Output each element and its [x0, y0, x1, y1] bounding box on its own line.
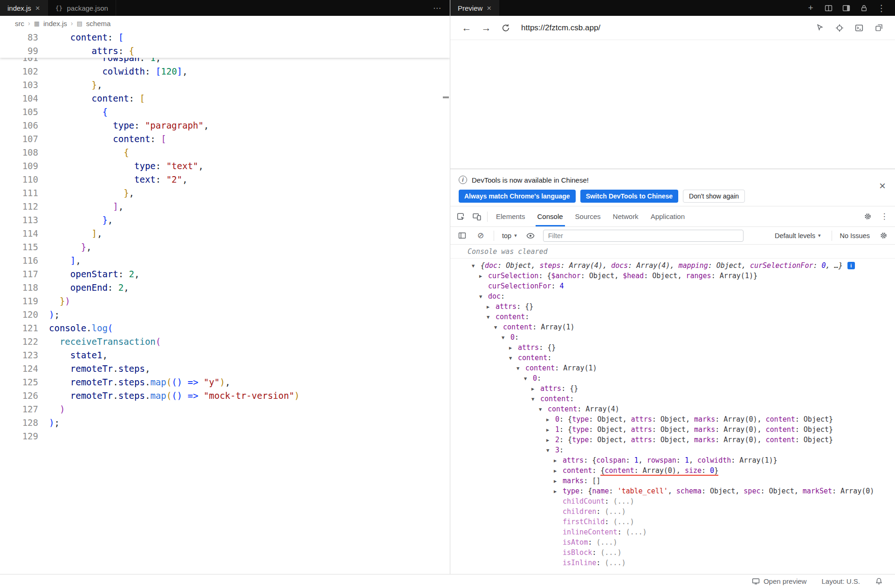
expand-arrow-icon[interactable]: ▶	[546, 427, 555, 432]
popout-icon[interactable]	[874, 23, 884, 33]
code-line[interactable]: 120);	[0, 308, 450, 321]
console-tree-row[interactable]: ▶2: {type: Object, attrs: Object, marks:…	[450, 435, 895, 445]
infobar-close-icon[interactable]: ×	[879, 180, 886, 191]
context-selector[interactable]: top ▾	[499, 232, 520, 239]
code-line[interactable]: 107 content: [	[0, 132, 450, 146]
dont-show-again-button[interactable]: Don't show again	[683, 190, 745, 203]
open-preview-button[interactable]: Open preview	[752, 577, 807, 585]
code-line[interactable]: 122 receiveTransaction(	[0, 335, 450, 349]
console-tree-row[interactable]: ▶type: {name: 'table_cell', schema: Obje…	[450, 486, 895, 496]
code-line[interactable]: 83 content: [	[0, 31, 450, 44]
device-toolbar-icon[interactable]	[469, 209, 485, 225]
log-levels-selector[interactable]: Default levels ▾	[772, 232, 824, 239]
console-tree-row[interactable]: isAtom: (...)	[450, 537, 895, 547]
console-tree-row[interactable]: ▼0:	[450, 332, 895, 342]
lock-icon[interactable]	[858, 2, 870, 14]
forward-button[interactable]: →	[478, 20, 494, 36]
console-tree-row[interactable]: ▶0: {type: Object, attrs: Object, marks:…	[450, 414, 895, 424]
breadcrumb-item[interactable]: index.js	[43, 20, 67, 27]
expand-arrow-icon[interactable]: ▶	[554, 458, 563, 463]
console-tree-row[interactable]: ▶attrs: {colspan: 1, rowspan: 1, colwidt…	[450, 455, 895, 465]
issues-counter[interactable]: No Issues	[840, 232, 870, 239]
console-tree-row[interactable]: childCount: (...)	[450, 496, 895, 506]
devtools-settings-gear-icon[interactable]	[860, 209, 875, 225]
collapse-arrow-icon[interactable]: ▼	[539, 406, 548, 412]
code-line[interactable]: 128);	[0, 416, 450, 430]
console-tree-row[interactable]: ▼content:	[450, 312, 895, 322]
code-line[interactable]: 125 remoteTr.steps.map(() => "y"),	[0, 376, 450, 389]
split-view-icon[interactable]	[822, 2, 834, 14]
devtools-tab-console[interactable]: Console	[531, 206, 569, 226]
code-line[interactable]: 103 },	[0, 78, 450, 92]
console-tree-row[interactable]: isInline: (...)	[450, 558, 895, 568]
code-line[interactable]: 109 type: "text",	[0, 159, 450, 173]
inspect-pointer-icon[interactable]	[815, 23, 825, 33]
expand-arrow-icon[interactable]: ▶	[546, 437, 555, 443]
code-line[interactable]: 115 },	[0, 240, 450, 254]
add-panel-icon[interactable]: +	[805, 2, 817, 14]
code-line[interactable]: 105 {	[0, 105, 450, 119]
expand-arrow-icon[interactable]: ▶	[554, 478, 563, 484]
collapse-arrow-icon[interactable]: ▼	[531, 396, 540, 402]
collapse-arrow-icon[interactable]: ▼	[472, 263, 481, 268]
info-badge-icon[interactable]: i	[847, 262, 855, 269]
breadcrumb-item[interactable]: src	[15, 20, 24, 27]
expand-arrow-icon[interactable]: ▶	[546, 417, 555, 422]
breadcrumb-item[interactable]: schema	[86, 20, 111, 27]
console-tree-row[interactable]: ▼{doc: Object, steps: Array(4), docs: Ar…	[450, 260, 895, 271]
console-tree-row[interactable]: isBlock: (...)	[450, 547, 895, 558]
code-line[interactable]: 102 colwidth: [120],	[0, 65, 450, 78]
console-tree-row[interactable]: ▶attrs: {}	[450, 383, 895, 394]
match-language-button[interactable]: Always match Chrome's language	[459, 190, 576, 203]
console-tree-row[interactable]: ▶curSelection: {$anchor: Object, $head: …	[450, 271, 895, 281]
console-tree-row[interactable]: inlineContent: (...)	[450, 527, 895, 537]
collapse-arrow-icon[interactable]: ▼	[524, 376, 533, 381]
code-line[interactable]: 106 type: "paragraph",	[0, 119, 450, 132]
collapse-arrow-icon[interactable]: ▼	[479, 294, 488, 299]
back-button[interactable]: ←	[459, 20, 475, 36]
devtools-tab-sources[interactable]: Sources	[569, 206, 607, 226]
editor-more-actions-icon[interactable]: ⋯	[425, 0, 450, 16]
kebab-menu-icon[interactable]: ⋮	[875, 2, 888, 14]
console-tree-row[interactable]: ▼content:	[450, 353, 895, 363]
console-tree-row[interactable]: ▶marks: []	[450, 476, 895, 486]
code-line[interactable]: 118 openEnd: 2,	[0, 281, 450, 294]
code-line[interactable]: 112 ],	[0, 200, 450, 213]
expand-arrow-icon[interactable]: ▶	[554, 468, 563, 473]
console-tree-row[interactable]: children: (...)	[450, 506, 895, 517]
console-tree-row[interactable]: ▼content:	[450, 394, 895, 404]
tab-package-json[interactable]: {} package.json	[48, 0, 116, 16]
collapse-arrow-icon[interactable]: ▼	[546, 447, 555, 453]
notifications-bell[interactable]	[875, 577, 883, 585]
devtools-kebab-menu-icon[interactable]: ⋮	[876, 209, 892, 225]
expand-arrow-icon[interactable]: ▶	[509, 345, 518, 350]
console-tree-row[interactable]: ▶1: {type: Object, attrs: Object, marks:…	[450, 424, 895, 435]
console-sidebar-icon[interactable]	[454, 228, 470, 244]
refresh-button[interactable]	[498, 20, 514, 36]
console-filter-input[interactable]	[543, 230, 744, 242]
tab-index-js[interactable]: index.js ×	[0, 0, 48, 16]
collapse-arrow-icon[interactable]: ▼	[509, 355, 518, 361]
console-tree-row[interactable]: firstChild: (...)	[450, 517, 895, 527]
console-pane[interactable]: Console was cleared ▼{doc: Object, steps…	[450, 245, 895, 574]
code-line[interactable]: 121console.log(	[0, 321, 450, 335]
collapse-arrow-icon[interactable]: ▼	[487, 314, 496, 320]
clear-console-icon[interactable]: ⊘	[473, 228, 489, 244]
tab-preview[interactable]: Preview ×	[450, 0, 499, 16]
expand-arrow-icon[interactable]: ▶	[487, 304, 496, 309]
collapse-arrow-icon[interactable]: ▼	[494, 324, 503, 330]
code-line[interactable]: 124 remoteTr.steps,	[0, 362, 450, 376]
console-tree-row[interactable]: ▼3:	[450, 445, 895, 455]
code-line[interactable]: 119 })	[0, 294, 450, 308]
console-tree-row[interactable]: ▼content: Array(4)	[450, 404, 895, 414]
console-tree-row[interactable]: ▼content: Array(1)	[450, 322, 895, 332]
code-line[interactable]: 110 text: "2",	[0, 173, 450, 186]
expand-arrow-icon[interactable]: ▶	[531, 386, 540, 391]
code-editor[interactable]: 101 rowspan: 1,102 colwidth: [120],103 }…	[0, 31, 450, 574]
code-line[interactable]: 116 ],	[0, 254, 450, 267]
code-line[interactable]: 111 },	[0, 186, 450, 200]
code-line[interactable]: 108 {	[0, 146, 450, 159]
live-expression-eye-icon[interactable]	[523, 228, 538, 244]
console-tree-row[interactable]: curSelectionFor: 4	[450, 281, 895, 291]
devtools-tab-elements[interactable]: Elements	[490, 206, 531, 226]
